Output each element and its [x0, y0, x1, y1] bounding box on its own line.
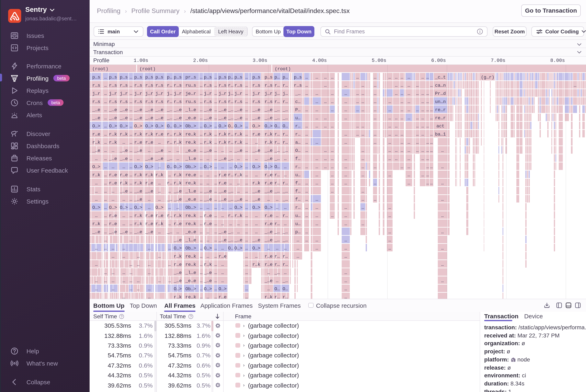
- svg-text:…: …: [207, 254, 209, 259]
- svg-text:re…k: re…k: [186, 213, 196, 218]
- svg-text:re…k: re…k: [186, 262, 196, 267]
- svg-text:r…: r…: [228, 140, 233, 145]
- svg-text:…: …: [245, 294, 248, 298]
- svg-text:p…s: p…s: [92, 75, 100, 80]
- svg-text:O…>: O…>: [134, 164, 142, 169]
- svg-text:r…e: r…e: [92, 132, 100, 137]
- svg-text:r…e: r…e: [219, 172, 227, 178]
- svg-text:r…: r…: [274, 132, 280, 137]
- svg-text:…: …: [361, 164, 364, 169]
- svg-text:_…e: _…e: [134, 230, 142, 234]
- svg-text:…: …: [214, 156, 217, 161]
- svg-text:…: …: [315, 91, 318, 96]
- svg-text:…: …: [104, 116, 107, 120]
- svg-text:r…k: r…k: [155, 172, 164, 178]
- svg-text:…: …: [130, 164, 132, 169]
- svg-text:…: …: [214, 230, 217, 234]
- svg-text:…: …: [441, 278, 444, 283]
- svg-text:…: …: [331, 107, 334, 112]
- svg-text:_…e: _…e: [218, 116, 227, 120]
- svg-text:_…e: _…e: [145, 189, 153, 194]
- svg-text:_…: _…: [282, 189, 288, 194]
- svg-text:…: …: [395, 83, 397, 88]
- svg-text:_…e: _…e: [145, 156, 153, 161]
- svg-text:…: …: [374, 180, 376, 186]
- svg-text:_…e: _…e: [252, 197, 260, 202]
- svg-text:…: …: [315, 205, 318, 210]
- svg-text:O…: O…: [167, 164, 172, 169]
- svg-text:r…k: r…k: [145, 172, 153, 178]
- svg-text:…: …: [104, 278, 107, 283]
- svg-text:_…e: _…e: [218, 197, 227, 202]
- svg-text:…: …: [407, 164, 410, 169]
- svg-text:r…k: r…k: [174, 294, 182, 298]
- svg-text:…: …: [214, 238, 217, 242]
- svg-text:…: …: [416, 91, 419, 96]
- svg-text:…: …: [130, 197, 132, 202]
- svg-text:…: …: [395, 132, 397, 137]
- svg-text:…: …: [284, 205, 286, 210]
- svg-text:…: …: [388, 140, 391, 145]
- svg-text:r…: r…: [167, 180, 172, 186]
- svg-text:…: …: [344, 238, 347, 242]
- svg-text:r…k: r…k: [109, 140, 117, 145]
- svg-text:…: …: [421, 116, 424, 120]
- svg-text:…: …: [245, 180, 248, 186]
- svg-text:…: …: [407, 148, 410, 153]
- svg-text:r…e: r…e: [174, 262, 182, 267]
- svg-text:_e…e: _e…e: [185, 116, 196, 120]
- svg-text:…: …: [214, 116, 217, 120]
- svg-text:…: …: [416, 83, 419, 88]
- svg-text:…: …: [112, 270, 114, 275]
- svg-text:…: …: [344, 180, 347, 186]
- svg-text:…: …: [130, 180, 132, 186]
- svg-text:…: …: [344, 116, 347, 120]
- svg-text:…: …: [388, 230, 391, 234]
- svg-text:…: …: [214, 75, 217, 80]
- svg-text:…: …: [104, 197, 107, 202]
- svg-text:_…e: _…e: [264, 238, 273, 242]
- svg-text:…: …: [237, 189, 240, 194]
- svg-text:u…: u…: [295, 172, 301, 178]
- svg-text:…: …: [344, 140, 347, 145]
- svg-text:…: …: [395, 124, 397, 129]
- svg-text:re…k: re…k: [186, 221, 196, 226]
- svg-text:r…s: r…s: [155, 83, 164, 88]
- svg-text:…: …: [315, 164, 318, 169]
- svg-text:j…: j…: [274, 91, 280, 96]
- svg-text:_…e: _…e: [234, 116, 243, 120]
- svg-text:…: …: [344, 270, 347, 275]
- svg-text:…: …: [158, 230, 161, 234]
- svg-text:…: …: [361, 221, 364, 226]
- svg-text:r…e: r…e: [145, 140, 153, 145]
- svg-text:…: …: [331, 172, 334, 178]
- svg-text:…: …: [245, 99, 248, 104]
- svg-text:…: …: [388, 75, 391, 80]
- svg-text:r…k: r…k: [174, 132, 182, 137]
- svg-text:r…s: r…s: [219, 83, 227, 88]
- svg-text:…: …: [95, 180, 98, 186]
- svg-text:…: …: [284, 156, 286, 161]
- svg-text:r…: r…: [228, 213, 233, 218]
- svg-text:_…: _…: [167, 107, 172, 112]
- svg-text:…: …: [130, 278, 132, 283]
- svg-text:…: …: [421, 99, 424, 104]
- svg-text:…: …: [344, 91, 347, 96]
- svg-text:…: …: [200, 148, 202, 153]
- svg-text:…: …: [137, 254, 140, 259]
- svg-text:_…e: _…e: [174, 189, 182, 194]
- svg-text:…: …: [130, 124, 132, 129]
- svg-text:r…k: r…k: [92, 172, 100, 178]
- svg-text:…: …: [331, 148, 334, 153]
- svg-text:…: …: [245, 116, 248, 120]
- svg-text:…: …: [284, 164, 286, 169]
- svg-text:_…e: _…e: [109, 230, 117, 234]
- svg-text:…: …: [137, 286, 140, 292]
- svg-text:_…: _…: [282, 278, 288, 283]
- svg-text:…: …: [388, 132, 391, 137]
- svg-text:…: …: [245, 270, 248, 275]
- svg-text:O…>: O…>: [234, 246, 243, 251]
- svg-text:…: …: [130, 91, 132, 96]
- svg-text:…: …: [104, 124, 107, 129]
- svg-text:…: …: [245, 156, 248, 161]
